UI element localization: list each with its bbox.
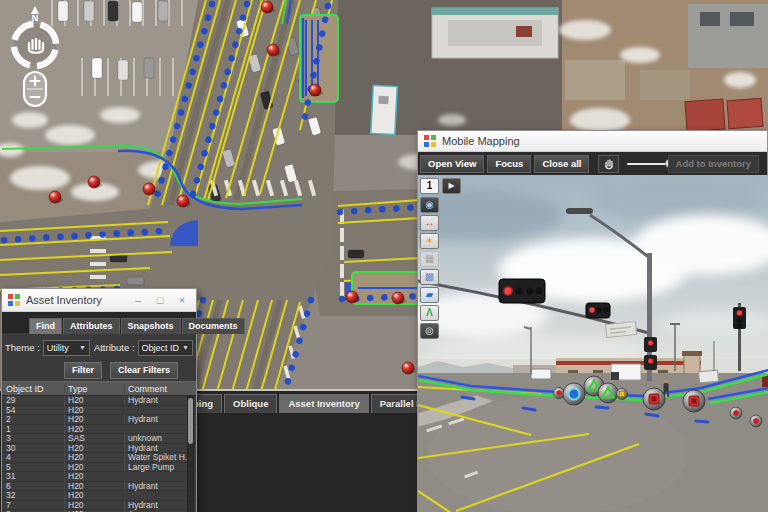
table-cell: Large Pump [124,462,196,472]
mm-side-toolbar: 1▶◉↔✶▦▩▰Λ◎ [419,177,465,341]
pan-tool-button[interactable] [598,155,619,173]
thumbnails-icon: ▩ [425,272,434,282]
image-view-icon: ▰ [426,290,434,300]
table-cell: Hydrant [124,396,196,405]
table-cell: 31 [2,471,64,481]
table-cell: H20 [64,500,124,510]
table-cell: H20 [64,405,124,415]
minimize-icon[interactable]: – [130,294,146,306]
table-cell: Hydrant [124,443,196,453]
app-logo-icon [424,135,436,147]
asset-table-header: Object IDTypeComment [2,381,196,396]
camera-button[interactable]: ◎ [420,323,439,339]
table-cell: SAS [64,433,124,443]
camera-icon: ◎ [425,326,434,336]
table-cell: 54 [2,405,64,415]
asset-tab-bar: FindAttributesSnapshotsDocuments [2,312,196,333]
triangle-marker-green[interactable] [598,383,618,403]
table-cell: H20 [64,471,124,481]
frame-number-icon: 1 [427,181,433,191]
table-scrollbar[interactable] [187,396,194,512]
grid-button[interactable]: ▦ [420,251,439,267]
chevron-down-icon: ▼ [79,344,86,351]
table-cell: H20 [64,452,124,462]
play-button[interactable]: ▶ [442,178,461,194]
theme-value: Utility [47,343,76,353]
dock-tab-asset-inventory[interactable]: Asset Inventory [279,394,368,413]
table-cell: Hydrant [124,414,196,424]
thumbnails-button[interactable]: ▩ [420,269,439,285]
point-marker-blue[interactable] [563,383,585,405]
focus-button[interactable]: Focus [487,155,531,173]
table-cell: 32 [2,490,64,500]
mobile-mapping-toolbar: Open View Focus Close all Add to Invento… [418,152,767,175]
table-cell: H20 [64,462,124,472]
asset-inventory-titlebar[interactable]: Asset Inventory – □ × [2,289,196,312]
open-view-button[interactable]: Open View [420,155,484,173]
grid-icon: ▦ [425,254,434,264]
table-cell: H20 [64,424,124,434]
table-cell: 2 [2,414,64,424]
frame-number-button[interactable]: 1 [420,178,439,194]
panorama-button[interactable]: ◉ [420,197,439,213]
app-logo-icon [8,294,20,306]
application-window: N pingObliqueAsset InventoryParallel Ext… [0,0,768,512]
chevron-down-icon: ▼ [182,344,189,351]
attribute-value: Object ID [142,343,180,353]
pan-hand-icon [602,157,616,171]
table-cell: 1 [2,424,64,434]
table-cell: Hydrant [124,500,196,510]
close-all-button[interactable]: Close all [534,155,589,173]
asset-table-body: 29H20Hydrant54H202H20Hydrant1H203SASunkn… [2,396,196,512]
table-cell: Water Spiket H... [124,452,196,462]
column-header-type[interactable]: Type [64,384,124,394]
image-view-button[interactable]: ▰ [420,287,439,303]
play-icon: ▶ [448,182,454,190]
theme-dropdown[interactable]: Utility ▼ [43,340,90,356]
image-star-button[interactable]: ✶ [420,233,439,249]
mobile-mapping-titlebar[interactable]: Mobile Mapping [418,131,767,152]
attribute-label: Attribute : [94,342,135,353]
image-star-icon: ✶ [425,236,433,246]
clear-filters-button[interactable]: Clear Filters [110,362,178,379]
tab-snapshots[interactable]: Snapshots [121,318,181,334]
window-title: Asset Inventory [26,294,124,306]
square-marker-red[interactable] [643,388,665,410]
tab-find[interactable]: Find [29,318,62,334]
table-cell: 7 [2,500,64,510]
panorama-icon: ◉ [425,200,434,210]
table-cell: H20 [64,414,124,424]
table-cell: H20 [64,443,124,453]
table-cell: 3 [2,433,64,443]
square-marker-red[interactable] [683,390,705,412]
table-cell: H20 [64,481,124,491]
street-view-image[interactable]: 1▶◉↔✶▦▩▰Λ◎ [418,175,768,512]
close-icon[interactable]: × [174,294,190,306]
map-zoom-widget [24,72,46,106]
tab-documents[interactable]: Documents [182,318,245,334]
table-cell: 5 [2,462,64,472]
asset-table[interactable]: 29H20Hydrant54H202H20Hydrant1H203SASunkn… [2,396,196,512]
table-cell: H20 [64,490,124,500]
filter-button[interactable]: Filter [64,362,102,379]
roadside-sign [699,370,719,383]
profile-curves-button[interactable]: Λ [420,305,439,321]
column-header-object-id[interactable]: Object ID [2,384,64,394]
theme-label: Theme : [5,342,40,353]
asset-inventory-window: Asset Inventory – □ × FindAttributesSnap… [1,288,197,512]
measure-button[interactable]: ↔ [420,215,439,231]
mobile-mapping-panel: Mobile Mapping Open View Focus Close all… [417,130,768,512]
column-header-comment[interactable]: Comment [124,384,196,394]
table-cell: 30 [2,443,64,453]
attribute-dropdown[interactable]: Object ID ▼ [138,340,193,356]
scrollbar-thumb[interactable] [188,398,193,444]
maximize-icon[interactable]: □ [152,294,168,306]
table-cell: unknown [124,433,196,443]
measure-icon: ↔ [425,218,435,228]
add-to-inventory-button[interactable]: Add to Inventory [668,155,759,173]
compass-north-label: N [32,13,39,23]
dock-tab-oblique[interactable]: Oblique [224,394,277,413]
table-cell: 6 [2,481,64,491]
tab-attributes[interactable]: Attributes [63,318,120,334]
table-cell: 4 [2,452,64,462]
